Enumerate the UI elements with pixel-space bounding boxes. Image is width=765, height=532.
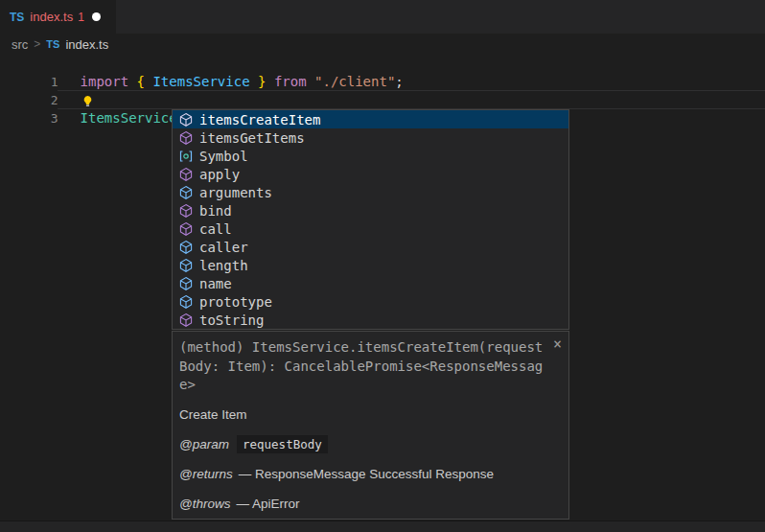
method-icon <box>178 221 194 237</box>
method-icon <box>178 312 194 328</box>
suggestion-label: Symbol <box>199 149 248 164</box>
suggestion-itemsCreateItem[interactable]: itemsCreateItem <box>173 110 568 128</box>
suggestion-toString[interactable]: toString <box>173 311 568 329</box>
code-line-3[interactable]: 3ItemsService. <box>0 91 765 109</box>
suggestion-call[interactable]: call <box>173 220 568 238</box>
doc-param-row: @paramrequestBody <box>179 437 568 451</box>
field-icon <box>178 276 194 291</box>
suggestion-label: itemsCreateItem <box>199 112 320 127</box>
typescript-file-icon: TS <box>10 11 24 24</box>
class-reference: ItemsService <box>81 110 177 126</box>
suggestion-apply[interactable]: apply <box>173 165 568 183</box>
suggestion-label: length <box>199 258 248 273</box>
method-signature: (method) ItemsService.itemsCreateItem(re… <box>179 338 546 395</box>
field-icon <box>178 294 194 310</box>
doc-returns-row: @returns— ResponseMessage Successful Res… <box>179 467 568 481</box>
param-name-chip: requestBody <box>237 435 328 453</box>
suggestion-arguments[interactable]: arguments <box>173 183 568 201</box>
tab-filename: index.ts <box>30 10 73 24</box>
returns-tag: @returns <box>179 467 233 481</box>
modified-dot-icon[interactable] <box>92 12 101 21</box>
suggestion-caller[interactable]: caller <box>173 238 568 256</box>
suggestion-label: name <box>199 276 232 291</box>
code-editor[interactable]: 1import { ItemsService } from "./client"… <box>0 55 765 109</box>
method-icon <box>178 130 194 146</box>
breadcrumb-file[interactable]: index.ts <box>65 37 108 52</box>
intellisense-suggest-list: itemsCreateItem itemsGetItems Symbol app… <box>172 109 569 330</box>
code-line-1[interactable]: 1import { ItemsService } from "./client"… <box>0 55 765 73</box>
throws-tag: @throws <box>179 497 230 511</box>
suggestion-label: caller <box>199 240 248 255</box>
typescript-file-icon: TS <box>46 38 59 50</box>
suggestion-label: call <box>199 221 232 237</box>
variable-icon <box>178 149 194 164</box>
breadcrumb-folder[interactable]: src <box>12 37 28 52</box>
suggestion-label: itemsGetItems <box>199 130 305 146</box>
tab-bar: TS index.ts 1 <box>0 0 765 34</box>
param-tag: @param <box>179 437 229 451</box>
suggestion-length[interactable]: length <box>173 256 568 274</box>
chevron-right-icon: > <box>34 37 40 51</box>
tab-index-ts[interactable]: TS index.ts 1 <box>0 0 116 34</box>
suggestion-details-panel: × (method) ItemsService.itemsCreateItem(… <box>172 331 569 520</box>
field-icon <box>178 258 194 273</box>
line-number: 3 <box>15 109 58 127</box>
close-icon[interactable]: × <box>553 337 562 352</box>
suggestion-label: arguments <box>199 185 272 200</box>
breadcrumb: src > TS index.ts <box>0 34 765 55</box>
field-icon <box>178 185 194 200</box>
throws-text: — ApiError <box>236 497 299 511</box>
suggestion-label: prototype <box>199 294 272 310</box>
method-icon <box>178 112 194 127</box>
doc-throws-row: @throws— ApiError <box>179 497 568 511</box>
doc-summary: Create Item <box>179 407 568 422</box>
suggestion-label: toString <box>199 312 264 328</box>
method-icon <box>178 167 194 182</box>
suggestion-name[interactable]: name <box>173 274 568 292</box>
suggestion-label: bind <box>199 203 232 219</box>
method-icon <box>178 203 194 219</box>
suggestion-prototype[interactable]: prototype <box>173 292 568 311</box>
suggestion-label: apply <box>199 167 240 182</box>
returns-text: — ResponseMessage Successful Response <box>239 467 494 481</box>
field-icon <box>178 240 194 255</box>
suggestion-Symbol[interactable]: Symbol <box>173 147 568 165</box>
suggestion-bind[interactable]: bind <box>173 201 568 220</box>
tab-problem-count: 1 <box>78 11 84 24</box>
suggestion-itemsGetItems[interactable]: itemsGetItems <box>173 128 568 147</box>
code-line-2[interactable]: 2 <box>0 73 765 91</box>
panel-divider[interactable] <box>0 520 765 532</box>
